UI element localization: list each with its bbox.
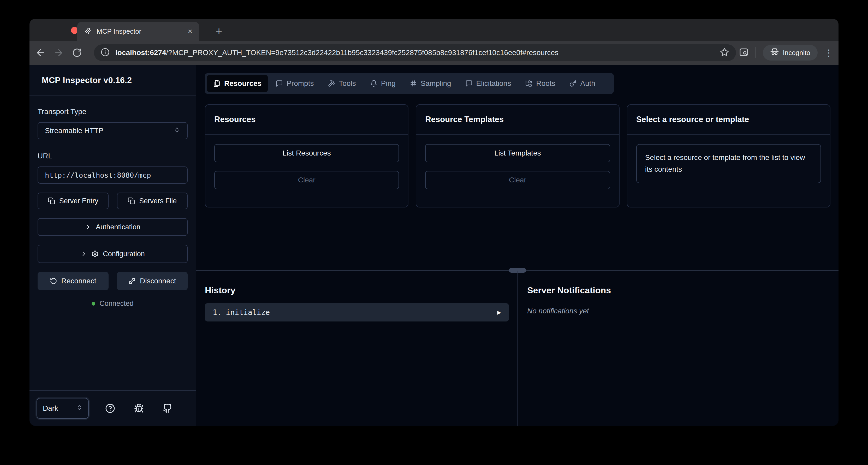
url-host: localhost:6274 [115,49,166,57]
url-label: URL [38,152,188,160]
history-title: History [205,285,508,296]
resource-detail-card: Select a resource or template Select a r… [627,104,830,208]
chevrons-up-down-icon [76,404,83,412]
copy-icon [48,197,55,205]
resources-card-title: Resources [214,115,256,124]
bookmark-star-icon[interactable] [720,48,729,58]
entity-tabs: Resources Prompts Tools Ping [205,73,614,94]
toolbar-right-cluster: Incognito ⋮ [739,41,833,65]
hammer-icon [328,80,335,87]
gear-icon [91,250,99,257]
tab-title: MCP Inspector [97,27,183,35]
tab-ping-label: Ping [381,79,396,88]
message-square-icon [465,80,473,87]
server-notifications-pane: Server Notifications No notifications ye… [518,271,838,426]
site-info-icon[interactable] [101,48,110,58]
servers-file-label: Servers File [139,197,177,205]
sidebar-header: MCP Inspector v0.16.2 [30,65,196,96]
mcp-logo-favicon-icon [84,27,92,36]
reconnect-button[interactable]: Reconnect [38,272,108,290]
reload-icon[interactable] [70,45,84,60]
copy-icon [128,197,135,205]
hash-icon [410,80,417,87]
bottom-panes: History 1. initialize ▶ Server Notificat… [196,270,838,426]
folder-tree-icon [525,80,532,87]
tab-ping[interactable]: Ping [364,75,402,92]
transport-type-value: Streamable HTTP [45,127,103,135]
browser-menu-icon[interactable]: ⋮ [825,48,833,58]
list-templates-button[interactable]: List Templates [425,144,610,162]
clear-resources-button[interactable]: Clear [214,171,399,189]
tab-tools-label: Tools [339,79,356,88]
browser-window: MCP Inspector × + localhost:6274/?MCP_PR… [30,19,838,426]
forward-icon[interactable] [52,45,66,60]
close-window-button[interactable] [71,27,78,34]
address-bar[interactable]: localhost:6274/?MCP_PROXY_AUTH_TOKEN=9e7… [94,44,736,61]
chevrons-up-down-icon [174,127,180,135]
tab-tools[interactable]: Tools [321,75,362,92]
authentication-accordion[interactable]: Authentication [38,218,188,236]
browser-tab[interactable]: MCP Inspector × [77,22,199,41]
chevron-right-icon [85,224,92,230]
servers-file-button[interactable]: Servers File [117,193,188,209]
back-icon[interactable] [33,45,48,60]
expand-arrow-icon[interactable]: ▶ [497,309,501,316]
transport-type-label: Transport Type [38,107,188,116]
tab-prompts[interactable]: Prompts [269,75,320,92]
tab-resources[interactable]: Resources [207,75,268,92]
desktop-background: MCP Inspector × + localhost:6274/?MCP_PR… [0,0,868,465]
mcp-inspector-app: MCP Inspector v0.16.2 Transport Type Str… [30,65,838,426]
transport-type-select[interactable]: Streamable HTTP [38,122,188,140]
resource-panels: Resources List Resources Clear Resource … [205,104,830,208]
server-entry-button[interactable]: Server Entry [38,193,108,209]
toolbar-separator [755,47,756,58]
disconnect-icon [128,277,136,285]
sidebar-footer: Dark [30,390,196,426]
configuration-label: Configuration [103,250,145,258]
history-item[interactable]: 1. initialize ▶ [205,303,509,321]
empty-selection-message: Select a resource or template from the l… [636,144,821,183]
app-title: MCP Inspector v0.16.2 [42,75,132,85]
bell-icon [370,80,377,87]
reconnect-label: Reconnect [61,277,96,285]
server-url-value: http://localhost:8080/mcp [45,171,151,179]
browser-toolbar: localhost:6274/?MCP_PROXY_AUTH_TOKEN=9e7… [30,41,838,65]
authentication-label: Authentication [96,223,141,231]
side-panel-search-icon[interactable] [739,47,749,58]
templates-card-title: Resource Templates [425,115,504,124]
status-dot [92,302,95,306]
tab-prompts-label: Prompts [286,79,314,88]
tab-elicitations[interactable]: Elicitations [459,75,518,92]
server-notifications-title: Server Notifications [527,285,838,296]
tab-resources-label: Resources [224,79,261,88]
tab-auth[interactable]: Auth [563,75,602,92]
resources-card: Resources List Resources Clear [205,104,408,208]
sidebar-body: Transport Type Streamable HTTP URL http:… [30,96,196,308]
connection-status: Connected [38,300,188,308]
tab-sampling[interactable]: Sampling [403,75,458,92]
main-content: Resources Prompts Tools Ping [196,65,838,426]
incognito-badge: Incognito [763,45,818,61]
tab-roots[interactable]: Roots [519,75,561,92]
restart-icon [50,277,57,285]
theme-select[interactable]: Dark [36,398,89,419]
new-tab-button[interactable]: + [212,25,226,38]
server-url-input[interactable]: http://localhost:8080/mcp [38,166,188,184]
files-icon [213,80,220,87]
configuration-accordion[interactable]: Configuration [38,245,188,263]
browser-tab-strip: MCP Inspector × + [30,19,838,41]
github-icon[interactable] [153,403,182,413]
url-path: /?MCP_PROXY_AUTH_TOKEN=9e73512c3d22422b1… [166,49,559,57]
connection-sidebar: MCP Inspector v0.16.2 Transport Type Str… [30,65,196,426]
tab-auth-label: Auth [580,79,595,88]
clear-templates-button[interactable]: Clear [425,171,610,189]
bug-report-icon[interactable] [124,403,153,413]
status-label: Connected [99,300,134,308]
list-resources-button[interactable]: List Resources [214,144,399,162]
disconnect-button[interactable]: Disconnect [117,272,188,290]
tab-roots-label: Roots [536,79,555,88]
no-notifications-message: No notifications yet [527,307,838,315]
tab-close-icon[interactable]: × [188,27,192,35]
chevron-right-icon [81,250,87,257]
help-icon[interactable] [96,403,124,413]
